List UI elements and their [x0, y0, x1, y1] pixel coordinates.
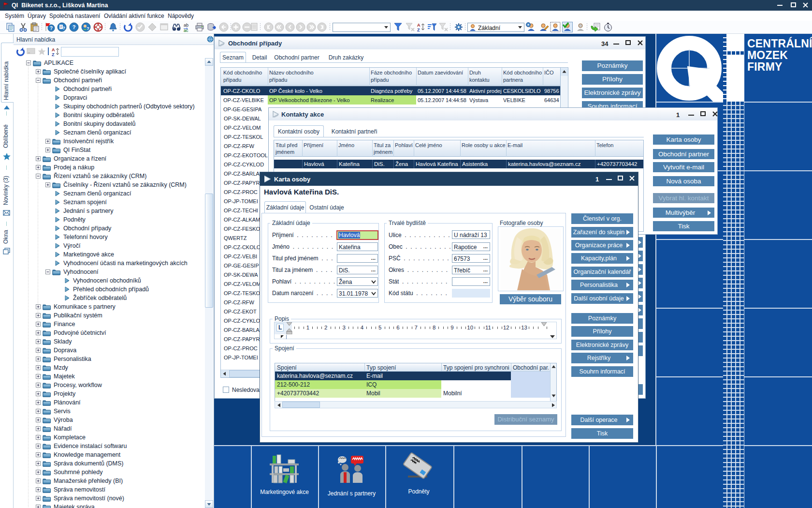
svg-text:A: A [52, 47, 55, 52]
svg-text:ac: ac [184, 28, 188, 32]
svg-text:?: ? [62, 26, 65, 30]
svg-text:?: ? [50, 26, 53, 31]
svg-text:?: ? [87, 26, 89, 31]
svg-text:?: ? [72, 24, 76, 30]
svg-text:Z: Z [52, 52, 55, 57]
svg-text:ab: ab [184, 23, 188, 28]
svg-text:A: A [417, 23, 420, 28]
svg-text:Z: Z [417, 28, 420, 32]
